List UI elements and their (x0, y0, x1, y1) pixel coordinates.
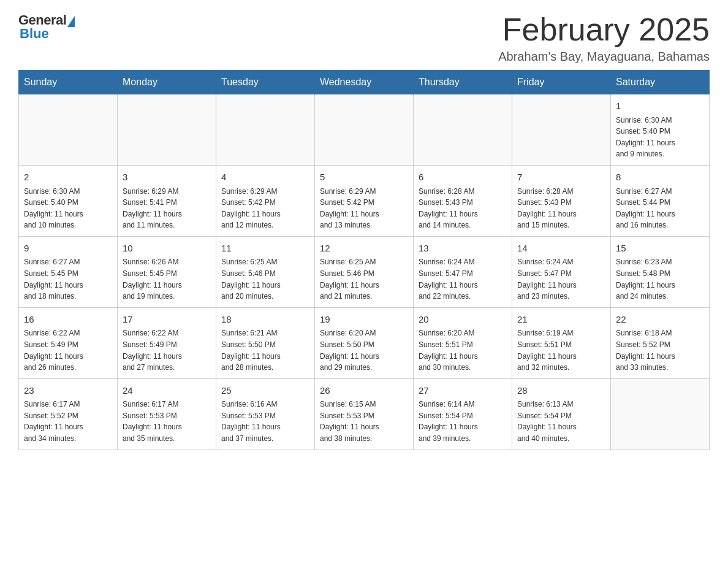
calendar-cell: 26Sunrise: 6:15 AMSunset: 5:53 PMDayligh… (315, 378, 414, 450)
calendar-cell: 20Sunrise: 6:20 AMSunset: 5:51 PMDayligh… (414, 307, 512, 378)
calendar-cell: 10Sunrise: 6:26 AMSunset: 5:45 PMDayligh… (118, 236, 216, 307)
calendar-cell: 17Sunrise: 6:22 AMSunset: 5:49 PMDayligh… (118, 307, 216, 378)
day-number: 12 (320, 242, 408, 256)
calendar-cell: 22Sunrise: 6:18 AMSunset: 5:52 PMDayligh… (611, 307, 710, 378)
day-info: Sunrise: 6:30 AMSunset: 5:40 PMDaylight:… (616, 115, 704, 160)
day-info: Sunrise: 6:18 AMSunset: 5:52 PMDaylight:… (616, 327, 704, 373)
week-row-3: 9Sunrise: 6:27 AMSunset: 5:45 PMDaylight… (19, 236, 710, 307)
calendar-cell: 3Sunrise: 6:29 AMSunset: 5:41 PMDaylight… (118, 166, 216, 237)
day-info: Sunrise: 6:29 AMSunset: 5:42 PMDaylight:… (320, 186, 408, 231)
day-info: Sunrise: 6:21 AMSunset: 5:50 PMDaylight:… (221, 327, 309, 373)
day-number: 28 (517, 384, 605, 398)
calendar-cell: 14Sunrise: 6:24 AMSunset: 5:47 PMDayligh… (512, 236, 611, 307)
day-info: Sunrise: 6:17 AMSunset: 5:53 PMDaylight:… (123, 399, 211, 444)
calendar-cell: 13Sunrise: 6:24 AMSunset: 5:47 PMDayligh… (414, 236, 512, 307)
day-number: 23 (24, 384, 112, 398)
calendar-cell (19, 94, 118, 166)
day-number: 17 (123, 313, 211, 327)
calendar-cell (611, 378, 710, 450)
day-header-thursday: Thursday (414, 71, 512, 94)
day-number: 16 (24, 313, 112, 327)
logo: General Blue (18, 12, 75, 42)
day-number: 1 (616, 99, 704, 113)
calendar-cell: 4Sunrise: 6:29 AMSunset: 5:42 PMDaylight… (216, 166, 315, 237)
day-info: Sunrise: 6:26 AMSunset: 5:45 PMDaylight:… (123, 256, 211, 302)
calendar-cell: 8Sunrise: 6:27 AMSunset: 5:44 PMDaylight… (611, 166, 710, 237)
week-row-2: 2Sunrise: 6:30 AMSunset: 5:40 PMDaylight… (19, 166, 710, 237)
day-number: 11 (221, 242, 309, 256)
calendar-cell: 23Sunrise: 6:17 AMSunset: 5:52 PMDayligh… (19, 378, 118, 450)
calendar-header-row: SundayMondayTuesdayWednesdayThursdayFrid… (19, 71, 710, 94)
day-number: 6 (419, 170, 507, 185)
logo-blue-text: Blue (18, 26, 49, 42)
day-header-wednesday: Wednesday (315, 71, 414, 94)
day-number: 18 (221, 313, 309, 327)
day-number: 27 (419, 384, 507, 398)
day-info: Sunrise: 6:19 AMSunset: 5:51 PMDaylight:… (517, 327, 605, 373)
week-row-4: 16Sunrise: 6:22 AMSunset: 5:49 PMDayligh… (19, 307, 710, 378)
day-info: Sunrise: 6:23 AMSunset: 5:48 PMDaylight:… (616, 256, 704, 302)
calendar-cell: 21Sunrise: 6:19 AMSunset: 5:51 PMDayligh… (512, 307, 611, 378)
calendar-cell (118, 94, 216, 166)
calendar-cell: 9Sunrise: 6:27 AMSunset: 5:45 PMDaylight… (19, 236, 118, 307)
calendar-cell (315, 94, 414, 166)
calendar-title: February 2025 (498, 12, 710, 47)
day-info: Sunrise: 6:22 AMSunset: 5:49 PMDaylight:… (123, 327, 211, 373)
calendar-cell: 27Sunrise: 6:14 AMSunset: 5:54 PMDayligh… (414, 378, 512, 450)
day-number: 25 (221, 384, 309, 398)
day-info: Sunrise: 6:27 AMSunset: 5:45 PMDaylight:… (24, 256, 112, 302)
day-info: Sunrise: 6:20 AMSunset: 5:51 PMDaylight:… (419, 327, 507, 373)
day-number: 22 (616, 313, 704, 327)
day-info: Sunrise: 6:29 AMSunset: 5:41 PMDaylight:… (123, 186, 211, 231)
day-number: 20 (419, 313, 507, 327)
calendar-cell (216, 94, 315, 166)
day-header-monday: Monday (118, 71, 216, 94)
day-info: Sunrise: 6:27 AMSunset: 5:44 PMDaylight:… (616, 186, 704, 231)
day-number: 5 (320, 170, 408, 185)
day-info: Sunrise: 6:30 AMSunset: 5:40 PMDaylight:… (24, 186, 112, 231)
day-info: Sunrise: 6:25 AMSunset: 5:46 PMDaylight:… (221, 256, 309, 302)
day-number: 10 (123, 242, 211, 256)
day-info: Sunrise: 6:29 AMSunset: 5:42 PMDaylight:… (221, 186, 309, 231)
calendar-cell: 12Sunrise: 6:25 AMSunset: 5:46 PMDayligh… (315, 236, 414, 307)
calendar-cell: 7Sunrise: 6:28 AMSunset: 5:43 PMDaylight… (512, 166, 611, 237)
day-info: Sunrise: 6:20 AMSunset: 5:50 PMDaylight:… (320, 327, 408, 373)
week-row-5: 23Sunrise: 6:17 AMSunset: 5:52 PMDayligh… (19, 378, 710, 450)
day-number: 7 (517, 170, 605, 185)
calendar-cell: 18Sunrise: 6:21 AMSunset: 5:50 PMDayligh… (216, 307, 315, 378)
day-number: 24 (123, 384, 211, 398)
day-info: Sunrise: 6:16 AMSunset: 5:53 PMDaylight:… (221, 399, 309, 444)
day-info: Sunrise: 6:14 AMSunset: 5:54 PMDaylight:… (419, 399, 507, 444)
day-info: Sunrise: 6:15 AMSunset: 5:53 PMDaylight:… (320, 399, 408, 444)
calendar-cell: 19Sunrise: 6:20 AMSunset: 5:50 PMDayligh… (315, 307, 414, 378)
day-info: Sunrise: 6:24 AMSunset: 5:47 PMDaylight:… (517, 256, 605, 302)
day-number: 26 (320, 384, 408, 398)
calendar-cell: 6Sunrise: 6:28 AMSunset: 5:43 PMDaylight… (414, 166, 512, 237)
day-info: Sunrise: 6:22 AMSunset: 5:49 PMDaylight:… (24, 327, 112, 373)
day-info: Sunrise: 6:24 AMSunset: 5:47 PMDaylight:… (419, 256, 507, 302)
calendar-cell: 5Sunrise: 6:29 AMSunset: 5:42 PMDaylight… (315, 166, 414, 237)
calendar-cell: 16Sunrise: 6:22 AMSunset: 5:49 PMDayligh… (19, 307, 118, 378)
day-info: Sunrise: 6:28 AMSunset: 5:43 PMDaylight:… (517, 186, 605, 231)
calendar-cell: 24Sunrise: 6:17 AMSunset: 5:53 PMDayligh… (118, 378, 216, 450)
calendar-cell: 1Sunrise: 6:30 AMSunset: 5:40 PMDaylight… (611, 94, 710, 166)
calendar-cell: 2Sunrise: 6:30 AMSunset: 5:40 PMDaylight… (19, 166, 118, 237)
day-number: 21 (517, 313, 605, 327)
day-number: 4 (221, 170, 309, 185)
day-number: 15 (616, 242, 704, 256)
day-header-tuesday: Tuesday (216, 71, 315, 94)
calendar-cell: 28Sunrise: 6:13 AMSunset: 5:54 PMDayligh… (512, 378, 611, 450)
page-header: General Blue February 2025 Abraham's Bay… (18, 12, 710, 64)
calendar-cell (414, 94, 512, 166)
day-number: 8 (616, 170, 704, 185)
day-header-sunday: Sunday (19, 71, 118, 94)
calendar-cell: 11Sunrise: 6:25 AMSunset: 5:46 PMDayligh… (216, 236, 315, 307)
calendar-cell: 25Sunrise: 6:16 AMSunset: 5:53 PMDayligh… (216, 378, 315, 450)
day-number: 13 (419, 242, 507, 256)
day-info: Sunrise: 6:28 AMSunset: 5:43 PMDaylight:… (419, 186, 507, 231)
calendar-cell: 15Sunrise: 6:23 AMSunset: 5:48 PMDayligh… (611, 236, 710, 307)
day-number: 14 (517, 242, 605, 256)
day-info: Sunrise: 6:13 AMSunset: 5:54 PMDaylight:… (517, 399, 605, 444)
day-number: 19 (320, 313, 408, 327)
week-row-1: 1Sunrise: 6:30 AMSunset: 5:40 PMDaylight… (19, 94, 710, 166)
